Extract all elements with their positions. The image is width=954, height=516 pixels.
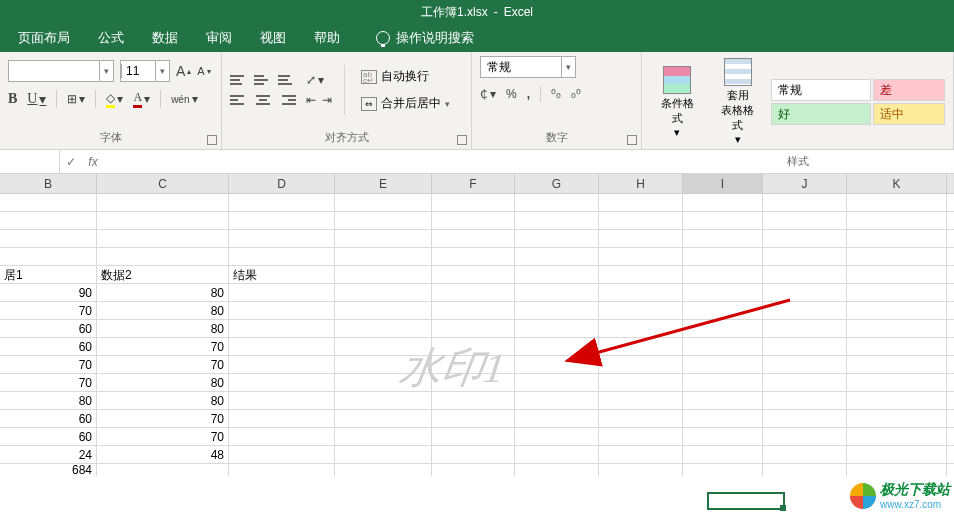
group-label-font: 字体 — [0, 128, 221, 149]
data-row[interactable]: 7080 — [0, 302, 954, 320]
name-box[interactable] — [0, 150, 60, 173]
style-normal[interactable]: 常规 — [771, 79, 871, 101]
data-row[interactable]: 684 — [0, 464, 954, 476]
data-row[interactable]: 9080 — [0, 284, 954, 302]
data-row[interactable]: 7080 — [0, 374, 954, 392]
tab-formulas[interactable]: 公式 — [84, 24, 138, 52]
currency-icon: ₵ — [480, 87, 488, 101]
tell-me-label: 操作说明搜索 — [396, 29, 474, 47]
ribbon: ▾ 11 ▾ A▴ A▾ B U▾ ⊞▾ ◇▾ A▾ wén▾ — [0, 52, 954, 150]
increase-decimal-button[interactable]: ⁰₀ — [551, 87, 561, 101]
column-header-G[interactable]: G — [515, 174, 599, 193]
column-header-C[interactable]: C — [97, 174, 229, 193]
dialog-launcher-icon[interactable] — [627, 135, 637, 145]
tab-help[interactable]: 帮助 — [300, 24, 354, 52]
data-row[interactable]: 6070 — [0, 338, 954, 356]
dialog-launcher-icon[interactable] — [207, 135, 217, 145]
column-header-B[interactable]: B — [0, 174, 97, 193]
font-name-select[interactable]: ▾ — [8, 60, 114, 82]
tab-page-layout[interactable]: 页面布局 — [4, 24, 84, 52]
group-styles: 条件格式▾ 套用 表格格式▾ 常规 差 好 适中 样式 — [642, 52, 954, 149]
data-row[interactable]: 6080 — [0, 320, 954, 338]
fx-button[interactable]: fx — [82, 155, 104, 169]
formula-confirm-button[interactable]: ✓ — [60, 155, 82, 169]
column-header-J[interactable]: J — [763, 174, 847, 193]
chevron-down-icon: ▾ — [561, 57, 575, 77]
group-label-styles: 样式 — [642, 152, 953, 173]
row[interactable] — [0, 248, 954, 266]
group-label-alignment: 对齐方式 — [222, 128, 471, 149]
title-separator: - — [494, 5, 498, 19]
currency-button[interactable]: ₵▾ — [480, 87, 496, 101]
font-size-value: 11 — [121, 64, 155, 78]
style-bad[interactable]: 差 — [873, 79, 945, 101]
underline-button[interactable]: U▾ — [27, 91, 46, 108]
row[interactable] — [0, 212, 954, 230]
align-middle-button[interactable] — [254, 73, 272, 87]
comma-button[interactable]: , — [527, 87, 530, 101]
logo-name: 极光下载站 — [880, 481, 950, 499]
cell-selection — [707, 492, 785, 510]
row[interactable] — [0, 230, 954, 248]
orientation-icon: ⤢ — [306, 73, 316, 87]
align-center-button[interactable] — [254, 93, 272, 107]
increase-indent-button[interactable]: ⇥ — [322, 93, 332, 107]
data-row[interactable]: 6070 — [0, 428, 954, 446]
wrap-text-button[interactable]: abc↵ 自动换行 — [357, 66, 454, 87]
data-row[interactable]: 6070 — [0, 410, 954, 428]
align-right-button[interactable] — [278, 93, 296, 107]
group-font: ▾ 11 ▾ A▴ A▾ B U▾ ⊞▾ ◇▾ A▾ wén▾ — [0, 52, 222, 149]
column-header-I[interactable]: I — [683, 174, 763, 193]
logo-url: www.xz7.com — [880, 499, 950, 510]
align-top-button[interactable] — [230, 73, 248, 87]
percent-button[interactable]: % — [506, 87, 517, 101]
fill-color-button[interactable]: ◇▾ — [106, 91, 123, 108]
group-label-number: 数字 — [472, 128, 641, 149]
decrease-indent-button[interactable]: ⇤ — [306, 93, 316, 107]
number-format-select[interactable]: 常规 ▾ — [480, 56, 576, 78]
phonetic-button[interactable]: wén▾ — [171, 92, 197, 106]
conditional-format-button[interactable]: 条件格式▾ — [650, 64, 705, 141]
row[interactable] — [0, 194, 954, 212]
font-color-button[interactable]: A▾ — [133, 90, 150, 108]
spreadsheet-grid[interactable]: 居1数据2结果908070806080607070707080808060706… — [0, 194, 954, 476]
align-bottom-button[interactable] — [278, 73, 296, 87]
tab-data[interactable]: 数据 — [138, 24, 192, 52]
column-header-H[interactable]: H — [599, 174, 683, 193]
data-row[interactable]: 7070 — [0, 356, 954, 374]
column-headers[interactable]: BCDEFGHIJK — [0, 174, 954, 194]
style-good[interactable]: 好 — [771, 103, 871, 125]
site-logo: 极光下载站 www.xz7.com — [850, 481, 950, 510]
data-row[interactable]: 8080 — [0, 392, 954, 410]
filename: 工作簿1.xlsx — [421, 4, 488, 21]
tell-me-search[interactable]: 操作说明搜索 — [362, 24, 488, 52]
data-row[interactable]: 2448 — [0, 446, 954, 464]
column-header-E[interactable]: E — [335, 174, 432, 193]
decrease-font-button[interactable]: A▾ — [197, 65, 210, 77]
column-header-F[interactable]: F — [432, 174, 515, 193]
chevron-down-icon: ▾ — [155, 61, 169, 81]
dialog-launcher-icon[interactable] — [457, 135, 467, 145]
orientation-button[interactable]: ⤢▾ — [306, 73, 332, 87]
font-size-select[interactable]: 11 ▾ — [120, 60, 170, 82]
merge-center-button[interactable]: ⇔ 合并后居中 ▾ — [357, 93, 454, 114]
style-neutral[interactable]: 适中 — [873, 103, 945, 125]
format-as-table-button[interactable]: 套用 表格格式▾ — [711, 56, 766, 148]
app-name: Excel — [504, 5, 533, 19]
cell-styles-gallery[interactable]: 常规 差 好 适中 — [771, 79, 945, 125]
bold-button[interactable]: B — [8, 91, 17, 107]
tab-review[interactable]: 审阅 — [192, 24, 246, 52]
align-left-button[interactable] — [230, 93, 248, 107]
group-number: 常规 ▾ ₵▾ % , ⁰₀ ₀⁰ 数字 — [472, 52, 642, 149]
tab-view[interactable]: 视图 — [246, 24, 300, 52]
inc-indent-icon: ⇥ — [322, 93, 332, 107]
column-header-D[interactable]: D — [229, 174, 335, 193]
data-row[interactable]: 居1数据2结果 — [0, 266, 954, 284]
column-header-K[interactable]: K — [847, 174, 947, 193]
border-button[interactable]: ⊞▾ — [67, 92, 85, 106]
group-alignment: ⤢▾ ⇤ ⇥ abc↵ 自动换行 ⇔ 合并后居中 ▾ 对齐方式 — [222, 52, 472, 149]
conditional-format-icon — [663, 66, 691, 94]
increase-font-button[interactable]: A▴ — [176, 63, 191, 79]
ribbon-tabs: 页面布局 公式 数据 审阅 视图 帮助 操作说明搜索 — [0, 24, 954, 52]
decrease-decimal-button[interactable]: ₀⁰ — [571, 87, 581, 101]
